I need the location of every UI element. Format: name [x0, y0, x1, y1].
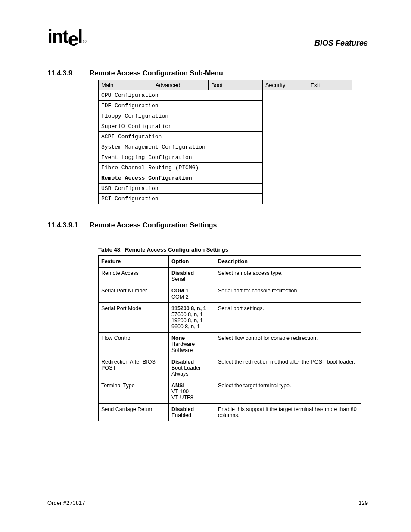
setting-options: Disabled Serial [169, 268, 215, 285]
setting-name: Serial Port Number [99, 285, 169, 303]
document-title: BIOS Features [47, 39, 368, 48]
setting-description: Enable this support if the target termin… [215, 404, 361, 421]
tab-security[interactable]: Security [262, 80, 308, 90]
tab-boot[interactable]: Boot [209, 80, 263, 90]
table-row: CPU Configuration [99, 90, 352, 101]
setting-name: Serial Port Mode [99, 303, 169, 333]
table-row: Main Advanced Boot Security Exit [99, 80, 352, 90]
setting-description: Select the redirection method after the … [215, 356, 361, 380]
tab-main[interactable]: Main [99, 80, 153, 90]
menu-item[interactable]: Fibre Channel Routing (PICMG) [99, 163, 263, 173]
setting-description: Select remote access type. [215, 268, 361, 285]
table-caption: Table 48. Remote Access Configuration Se… [98, 246, 368, 253]
tab-exit[interactable]: Exit [308, 80, 352, 90]
table-row: Terminal Type ANSI VT 100 VT-UTF8 Select… [99, 380, 361, 404]
page-footer: Order #273817 129 [47, 500, 368, 506]
column-header: Feature [99, 256, 169, 268]
menu-item[interactable]: Floppy Configuration [99, 111, 263, 121]
setting-description: Select the target terminal type. [215, 380, 361, 404]
setting-options: COM 1 COM 2 [169, 285, 215, 303]
setting-name: Remote Access [99, 268, 169, 285]
setting-name: Redirection After BIOS POST [99, 356, 169, 380]
menu-item[interactable]: Event Logging Configuration [99, 152, 263, 163]
setting-options: 115200 8, n, 1 57600 8, n, 1 19200 8, n,… [169, 303, 215, 333]
menu-item[interactable]: PCI Configuration [99, 194, 263, 204]
table-header-row: Feature Option Description [99, 256, 361, 268]
setting-description: Serial port for console redirection. [215, 285, 361, 303]
setting-options: Disabled Boot Loader Always [169, 356, 215, 380]
order-number: Order #273817 [47, 500, 85, 506]
section-heading-2: 11.4.3.9.1Remote Access Configuration Se… [47, 221, 368, 229]
table-row: Flow Control None Hardware Software Sele… [99, 333, 361, 356]
bios-menu-table: Main Advanced Boot Security Exit CPU Con… [98, 80, 352, 204]
table-row: Remote Access Disabled Serial Select rem… [99, 268, 361, 285]
setting-options: None Hardware Software [169, 333, 215, 356]
setting-description: Select flow control for console redirect… [215, 333, 361, 356]
menu-item[interactable]: USB Configuration [99, 184, 263, 194]
menu-item[interactable]: IDE Configuration [99, 101, 263, 111]
setting-options: ANSI VT 100 VT-UTF8 [169, 380, 215, 404]
menu-item[interactable]: System Management Configuration [99, 142, 263, 152]
table-row: Send Carriage Return Disabled Enabled En… [99, 404, 361, 421]
table-row: Redirection After BIOS POST Disabled Boo… [99, 356, 361, 380]
settings-table: Feature Option Description Remote Access… [98, 255, 361, 421]
column-header: Option [169, 256, 215, 268]
menu-item[interactable]: CPU Configuration [99, 90, 263, 101]
setting-options: Disabled Enabled [169, 404, 215, 421]
setting-name: Send Carriage Return [99, 404, 169, 421]
setting-description: Serial port settings. [215, 303, 361, 333]
menu-item[interactable]: SuperIO Configuration [99, 121, 263, 132]
setting-name: Terminal Type [99, 380, 169, 404]
page-number: 129 [358, 500, 368, 506]
tab-advanced[interactable]: Advanced [153, 80, 208, 90]
menu-item[interactable]: ACPI Configuration [99, 132, 263, 142]
setting-name: Flow Control [99, 333, 169, 356]
table-row: Serial Port Mode 115200 8, n, 1 57600 8,… [99, 303, 361, 333]
section-heading-1: 11.4.3.9Remote Access Configuration Sub-… [47, 69, 368, 77]
column-header: Description [215, 256, 361, 268]
table-row: Serial Port Number COM 1 COM 2 Serial po… [99, 285, 361, 303]
menu-item-selected[interactable]: Remote Access Configuration [99, 173, 263, 184]
